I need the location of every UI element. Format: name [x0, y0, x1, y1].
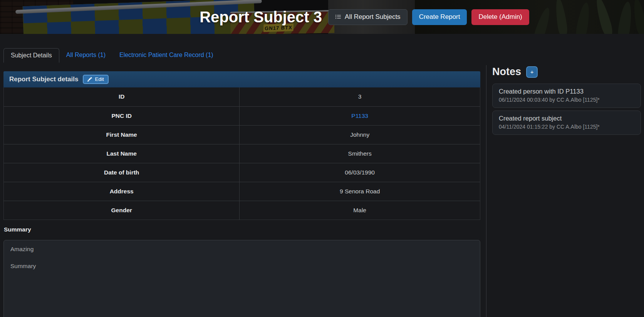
table-row: Address9 Senora Road [4, 182, 480, 201]
detail-label: First Name [4, 125, 240, 144]
list-icon [335, 14, 341, 20]
summary-text-box: Amazing Summary [3, 240, 480, 317]
notes-title: Notes [492, 66, 521, 78]
card-header: Report Subject details Edit [3, 71, 480, 87]
pencil-icon [87, 77, 92, 82]
table-row: Last NameSmithers [4, 144, 480, 163]
all-report-subjects-button[interactable]: All Report Subjects [328, 9, 408, 25]
content-row: Report Subject details Edit ID3PNC IDP11… [0, 65, 644, 317]
edit-button[interactable]: Edit [83, 75, 108, 84]
pnc-id-link[interactable]: P1133 [351, 112, 368, 119]
delete-admin-label: Delete (Admin) [478, 13, 522, 21]
note-title: Created person with ID P1133 [499, 88, 634, 95]
detail-value: Smithers [240, 144, 480, 163]
detail-value: 9 Senora Road [240, 182, 480, 201]
detail-value: P1133 [240, 106, 480, 125]
page-header: GN17 BTX Report Subject 3 All Report Sub… [0, 0, 644, 34]
tab-subject-details[interactable]: Subject Details [3, 48, 59, 63]
tab-all-reports-1[interactable]: All Reports (1) [59, 48, 112, 63]
note-title: Created report subject [499, 115, 634, 122]
detail-label: ID [4, 87, 240, 106]
table-row: First NameJohnny [4, 125, 480, 144]
note-item: Created report subject04/11/2024 01:15:2… [492, 111, 641, 135]
page-title: Report Subject 3 [200, 8, 322, 26]
tab-bar: Subject DetailsAll Reports (1)Electronic… [0, 48, 644, 63]
main-column: Report Subject details Edit ID3PNC IDP11… [3, 65, 480, 317]
table-row: PNC IDP1133 [4, 106, 480, 125]
note-item: Created person with ID P113306/11/2024 0… [492, 84, 641, 108]
table-row: GenderMale [4, 201, 480, 220]
summary-label: Summary [4, 226, 480, 233]
detail-value: Johnny [240, 125, 480, 144]
detail-label: PNC ID [4, 106, 240, 125]
table-row: ID3 [4, 87, 480, 106]
subject-details-table: ID3PNC IDP1133First NameJohnnyLast NameS… [3, 87, 480, 220]
table-row: Date of birth06/03/1990 [4, 163, 480, 182]
create-report-button[interactable]: Create Report [412, 9, 467, 25]
detail-label: Gender [4, 201, 240, 220]
all-report-subjects-label: All Report Subjects [345, 13, 401, 21]
add-note-button[interactable]: + [526, 66, 538, 78]
summary-line: Summary [10, 263, 473, 270]
edit-button-label: Edit [95, 76, 104, 82]
report-subject-details-card: Report Subject details Edit ID3PNC IDP11… [3, 71, 480, 220]
detail-value: Male [240, 201, 480, 220]
note-timestamp: 06/11/2024 00:03:40 by CC A.Albo [1125]* [499, 97, 634, 103]
delete-admin-button[interactable]: Delete (Admin) [471, 9, 529, 25]
notes-header: Notes + [492, 66, 641, 78]
detail-label: Address [4, 182, 240, 201]
tab-electronic-patient-care-record-1[interactable]: Electronic Patient Care Record (1) [112, 48, 220, 63]
note-timestamp: 04/11/2024 01:15:22 by CC A.Albo [1125]* [499, 124, 634, 130]
notes-sidebar: Notes + Created person with ID P113306/1… [486, 65, 644, 317]
summary-line: Amazing [10, 246, 473, 253]
notes-list: Created person with ID P113306/11/2024 0… [492, 84, 641, 135]
card-title: Report Subject details [9, 75, 78, 83]
detail-value: 3 [240, 87, 480, 106]
create-report-label: Create Report [419, 13, 460, 21]
detail-value: 06/03/1990 [240, 163, 480, 182]
detail-label: Last Name [4, 144, 240, 163]
detail-label: Date of birth [4, 163, 240, 182]
